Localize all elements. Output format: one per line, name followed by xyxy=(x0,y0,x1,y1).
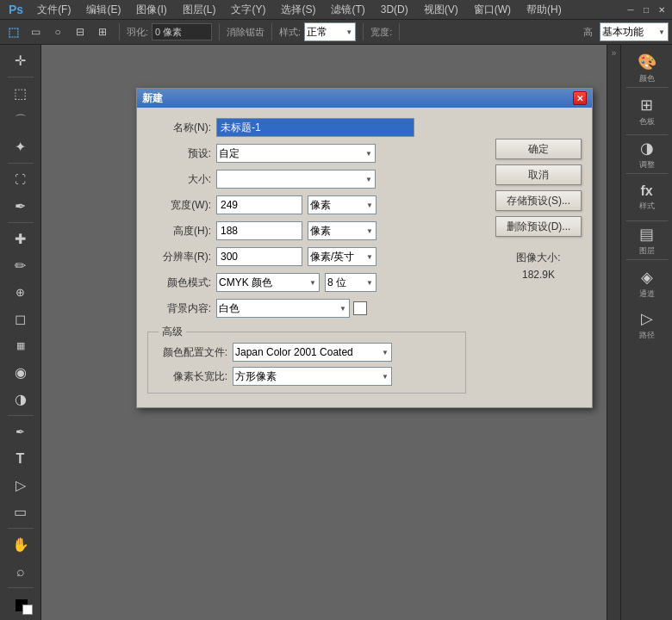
width-input[interactable] xyxy=(216,195,302,214)
fg-color-icon xyxy=(16,599,28,611)
panel-styles[interactable]: fx 样式 xyxy=(625,177,669,217)
tool-path[interactable]: ▷ xyxy=(5,473,36,498)
clone-icon: ⊕ xyxy=(16,286,25,299)
panel-swatches[interactable]: ⊞ 色板 xyxy=(625,91,669,131)
adjustments-icon: ◑ xyxy=(640,139,654,158)
color-bit-select[interactable]: 8 位 xyxy=(325,273,376,292)
dialog-titlebar: 新建 ✕ xyxy=(137,89,592,108)
tool-lasso[interactable]: ⌒ xyxy=(5,108,36,133)
style-label: 样式: xyxy=(279,26,301,39)
menu-edit[interactable]: 编辑(E) xyxy=(79,1,128,19)
save-preset-button[interactable]: 存储预设(S)... xyxy=(495,190,582,211)
fg-bg-color[interactable] xyxy=(5,592,36,617)
channels-icon: ◈ xyxy=(641,268,653,287)
size-select[interactable] xyxy=(216,170,376,189)
image-size-value: 182.9K xyxy=(495,269,582,281)
size-row: 大小: xyxy=(147,170,466,189)
tool-eraser[interactable]: ◻ xyxy=(5,307,36,332)
panel-layers[interactable]: ▤ 图层 xyxy=(625,220,669,260)
swatches-icon: ⊞ xyxy=(640,96,653,115)
sep2 xyxy=(219,23,220,40)
tool-blur[interactable]: ◉ xyxy=(5,360,36,385)
new-document-dialog: 新建 ✕ 确定 取消 存储预设(S)... 删除预设(D)... 图像大小: 1… xyxy=(136,88,593,408)
tool-shape[interactable]: ▭ xyxy=(5,499,36,524)
menu-file[interactable]: 文件(F) xyxy=(30,1,78,19)
crop-icon: ⛶ xyxy=(15,173,26,186)
menu-filter[interactable]: 滤镜(T) xyxy=(324,1,371,19)
color-mode-select[interactable]: CMYK 颜色 xyxy=(216,273,320,292)
pixel-aspect-select[interactable]: 方形像素 xyxy=(233,367,392,386)
layers-icon: ▤ xyxy=(639,225,654,244)
single-col-btn[interactable]: ⊞ xyxy=(93,22,112,41)
panel-channels[interactable]: ◈ 通道 xyxy=(625,264,669,303)
feather-input[interactable] xyxy=(152,23,212,40)
eyedropper-icon: ✒ xyxy=(15,198,26,214)
tool-gradient[interactable]: ▦ xyxy=(5,333,36,358)
style-select-wrapper: 正常 xyxy=(304,22,356,41)
tool-move[interactable]: ✛ xyxy=(5,48,36,73)
width-unit-wrapper: 像素 xyxy=(308,195,376,214)
menu-3d[interactable]: 3D(D) xyxy=(374,2,415,17)
tool-preset-btn[interactable]: ⬚ xyxy=(3,22,22,41)
hand-icon: ✋ xyxy=(12,536,29,553)
brush-icon: ✏ xyxy=(15,257,26,274)
tool-brush[interactable]: ✏ xyxy=(5,253,36,278)
dialog-close-button[interactable]: ✕ xyxy=(573,91,587,105)
height-unit-select[interactable]: 像素 xyxy=(308,221,376,240)
panel-paths[interactable]: ▷ 路径 xyxy=(625,305,669,344)
delete-preset-button[interactable]: 删除预设(D)... xyxy=(495,216,582,237)
tool-marquee[interactable]: ⬚ xyxy=(5,81,36,106)
close-button[interactable]: ✕ xyxy=(655,3,669,16)
tool-magic-wand[interactable]: ✦ xyxy=(5,134,36,159)
single-row-btn[interactable]: ⊟ xyxy=(71,22,90,41)
tool-type[interactable]: T xyxy=(5,446,36,471)
panel-color[interactable]: 🎨 颜色 xyxy=(625,48,669,88)
menu-window[interactable]: 窗口(W) xyxy=(467,1,518,19)
tool-sep2 xyxy=(8,163,34,164)
panel-icons-column: 🎨 颜色 ⊞ 色板 ◑ 调整 fx 样式 ▤ 图层 ◈ 通道 xyxy=(620,45,672,620)
adjustments-panel-label: 调整 xyxy=(639,159,655,170)
panel-adjustments[interactable]: ◑ 调整 xyxy=(625,134,669,174)
height-input[interactable] xyxy=(216,221,302,240)
resolution-input[interactable] xyxy=(216,247,302,266)
maximize-button[interactable]: □ xyxy=(639,3,653,16)
workspace-select[interactable]: 基本功能 xyxy=(600,22,669,41)
bg-label: 背景内容: xyxy=(147,301,216,316)
color-profile-select[interactable]: Japan Color 2001 Coated xyxy=(233,343,392,362)
close-icon: ✕ xyxy=(576,94,583,103)
bg-color-swatch[interactable] xyxy=(353,301,367,315)
color-profile-label: 颜色配置文件: xyxy=(155,345,233,360)
menu-image[interactable]: 图像(I) xyxy=(129,1,173,19)
resolution-unit-select[interactable]: 像素/英寸 xyxy=(308,247,376,266)
ok-button[interactable]: 确定 xyxy=(495,139,582,159)
name-input[interactable] xyxy=(216,118,414,137)
menu-select[interactable]: 选择(S) xyxy=(274,1,322,19)
tool-zoom[interactable]: ⌕ xyxy=(5,559,36,584)
bg-color-icon xyxy=(22,604,33,615)
preset-select[interactable]: 自定 xyxy=(216,144,376,163)
collapse-strip[interactable]: » xyxy=(607,45,620,620)
style-select[interactable]: 正常 xyxy=(304,22,356,41)
tool-clone[interactable]: ⊕ xyxy=(5,280,36,305)
cancel-button[interactable]: 取消 xyxy=(495,164,582,185)
width-label: 宽度: xyxy=(370,26,392,39)
tool-heal[interactable]: ✚ xyxy=(5,226,36,251)
width-unit-select[interactable]: 像素 xyxy=(308,195,376,214)
pixel-aspect-row: 像素长宽比: 方形像素 xyxy=(155,367,458,386)
menu-layer[interactable]: 图层(L) xyxy=(176,1,223,19)
main-area: ✛ ⬚ ⌒ ✦ ⛶ ✒ ✚ ✏ ⊕ ◻ ▦ ◉ ◑ ✒ T ▷ ▭ ✋ ⌕ xyxy=(0,45,672,620)
tool-eyedropper[interactable]: ✒ xyxy=(5,194,36,219)
bg-select[interactable]: 白色 xyxy=(216,299,350,318)
tool-dodge[interactable]: ◑ xyxy=(5,387,36,412)
dialog-title: 新建 xyxy=(142,91,163,106)
preset-row: 预设: 自定 xyxy=(147,144,466,163)
tool-pen[interactable]: ✒ xyxy=(5,419,36,444)
menu-view[interactable]: 视图(V) xyxy=(417,1,465,19)
minimize-button[interactable]: ─ xyxy=(624,3,638,16)
menu-text[interactable]: 文字(Y) xyxy=(224,1,272,19)
marquee-ellipse-btn[interactable]: ○ xyxy=(48,22,67,41)
menu-help[interactable]: 帮助(H) xyxy=(520,1,569,19)
tool-hand[interactable]: ✋ xyxy=(5,532,36,557)
marquee-rect-btn[interactable]: ▭ xyxy=(26,22,45,41)
tool-crop[interactable]: ⛶ xyxy=(5,167,36,192)
